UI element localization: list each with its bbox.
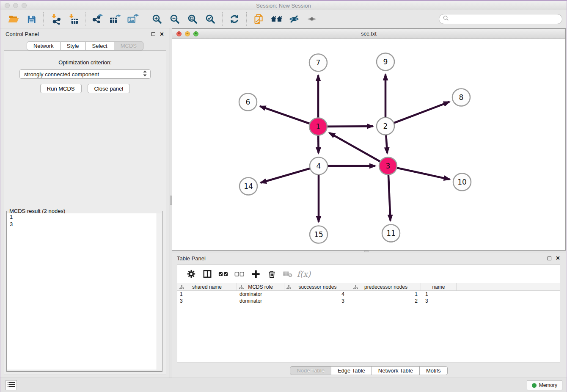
graph-edge-1-2[interactable] (326, 126, 373, 127)
table-body: 1dominator4113dominator323 (177, 291, 560, 304)
graph-node-11[interactable]: 11 (382, 225, 400, 242)
table-row[interactable]: 3dominator323 (177, 298, 560, 304)
save-icon[interactable] (22, 11, 40, 27)
float-panel-icon[interactable] (548, 257, 551, 260)
select-all-icon[interactable] (215, 267, 231, 281)
close-panel-icon[interactable]: × (556, 256, 560, 261)
unselect-all-icon[interactable] (231, 267, 248, 281)
table-panel-title: Table Panel (177, 255, 206, 262)
graph-node-6[interactable]: 6 (239, 94, 257, 111)
table-toolbar: f(x) (177, 265, 560, 283)
control-panel-title: Control Panel (6, 31, 39, 37)
add-icon[interactable] (248, 267, 264, 281)
graph-node-14[interactable]: 14 (239, 178, 257, 195)
tree-icon (239, 285, 244, 291)
refresh-icon[interactable] (226, 11, 243, 27)
search-icon (443, 15, 449, 23)
tab-edge-table[interactable]: Edge Table (331, 366, 372, 375)
graph-node-15[interactable]: 15 (310, 226, 328, 243)
result-scrollbar[interactable] (157, 213, 162, 370)
optimization-select[interactable]: strongly connected component (19, 69, 151, 79)
zoom-selected-icon[interactable] (201, 11, 219, 27)
close-panel-icon[interactable]: × (160, 32, 164, 37)
search-input[interactable] (451, 16, 558, 23)
hide-selected-icon[interactable] (285, 11, 303, 27)
toolbar-separator (43, 12, 44, 26)
table-tabs: Node TableEdge TableNetwork TableMotifs (172, 366, 566, 375)
function-builder-icon: f(x) (296, 267, 312, 281)
graph-node-3[interactable]: 3 (379, 157, 397, 175)
column-header-successor-nodes[interactable]: successor nodes (284, 283, 351, 290)
svg-text:8: 8 (459, 93, 464, 102)
export-table-icon[interactable] (106, 11, 124, 27)
run-mcds-button[interactable]: Run MCDS (40, 84, 82, 93)
memory-label: Memory (539, 382, 557, 388)
table-header-row: shared nameMCDS rolesuccessor nodesprede… (177, 283, 560, 291)
graph-node-7[interactable]: 7 (309, 54, 327, 72)
cell-mcds-role: dominator (237, 291, 284, 297)
tree-icon (353, 285, 358, 291)
svg-text:11: 11 (386, 229, 396, 237)
export-network-icon[interactable] (88, 11, 106, 27)
graph-edge-2-8[interactable] (393, 102, 449, 124)
import-table-icon[interactable] (64, 11, 82, 27)
column-header-name[interactable]: name (421, 283, 457, 290)
status-bar: Memory (0, 378, 567, 392)
search-box[interactable] (439, 14, 562, 24)
zoom-in-icon[interactable] (148, 11, 166, 27)
zoom-fit-icon[interactable] (184, 11, 201, 27)
tab-select[interactable]: Select (86, 41, 114, 50)
mcds-result-lines: 13 (7, 213, 162, 228)
graph-node-4[interactable]: 4 (310, 157, 328, 175)
task-history-button[interactable] (6, 380, 17, 390)
first-neighbors-icon[interactable] (267, 11, 285, 27)
network-canvas[interactable]: 1234678910111415 (172, 39, 565, 250)
cell-predecessor-nodes: 2 (351, 298, 421, 304)
tab-node-table[interactable]: Node Table (290, 366, 331, 375)
graph-node-1[interactable]: 1 (309, 118, 327, 135)
graph-node-10[interactable]: 10 (453, 174, 471, 191)
new-network-from-selection-icon[interactable] (250, 11, 267, 27)
graph-edge-3-11[interactable] (388, 174, 391, 221)
column-label: MCDS role (248, 284, 273, 290)
network-window-title: scc.txt (172, 30, 565, 37)
graph-node-2[interactable]: 2 (377, 118, 394, 135)
tab-mcds[interactable]: MCDS (114, 41, 143, 50)
tab-network-table[interactable]: Network Table (372, 366, 420, 375)
delete-icon[interactable] (264, 267, 280, 281)
splitter-grip[interactable] (364, 251, 369, 252)
column-label: shared name (192, 284, 222, 290)
split-columns-icon[interactable] (199, 267, 215, 281)
zoom-out-icon[interactable] (166, 11, 184, 27)
network-window-titlebar: scc.txt × − + (172, 29, 565, 39)
tab-motifs[interactable]: Motifs (420, 366, 448, 375)
tab-network[interactable]: Network (27, 41, 61, 50)
optimization-label: Optimization criterion: (4, 59, 166, 66)
import-network-icon[interactable] (47, 11, 64, 27)
tab-style[interactable]: Style (61, 41, 86, 50)
graph-edge-3-10[interactable] (396, 168, 450, 179)
float-panel-icon[interactable] (151, 32, 155, 36)
graph-node-8[interactable]: 8 (452, 89, 470, 106)
mcds-result-list[interactable]: 13 (7, 213, 162, 370)
svg-text:3: 3 (386, 162, 391, 170)
svg-text:4: 4 (317, 162, 321, 170)
table-row[interactable]: 1dominator411 (177, 291, 560, 298)
graph-edge-2-3[interactable] (386, 134, 387, 153)
graph-edge-4-14[interactable] (261, 168, 311, 182)
memory-button[interactable]: Memory (527, 380, 562, 390)
column-header-shared-name[interactable]: shared name (177, 283, 237, 290)
graph-edge-3-1[interactable] (329, 133, 381, 162)
gear-icon[interactable] (183, 267, 199, 281)
graph-edge-1-6[interactable] (260, 106, 311, 124)
column-header-mcds-role[interactable]: MCDS role (237, 283, 284, 290)
graph-node-9[interactable]: 9 (377, 53, 394, 71)
show-all-icon[interactable] (303, 11, 321, 27)
close-panel-button[interactable]: Close panel (88, 84, 130, 93)
titlebar: Session: New Session (0, 1, 567, 10)
open-icon[interactable] (5, 11, 22, 27)
export-image-icon[interactable] (124, 11, 142, 27)
tree-icon (179, 285, 184, 291)
memory-status-icon (532, 383, 537, 388)
column-header-predecessor-nodes[interactable]: predecessor nodes (351, 283, 421, 290)
